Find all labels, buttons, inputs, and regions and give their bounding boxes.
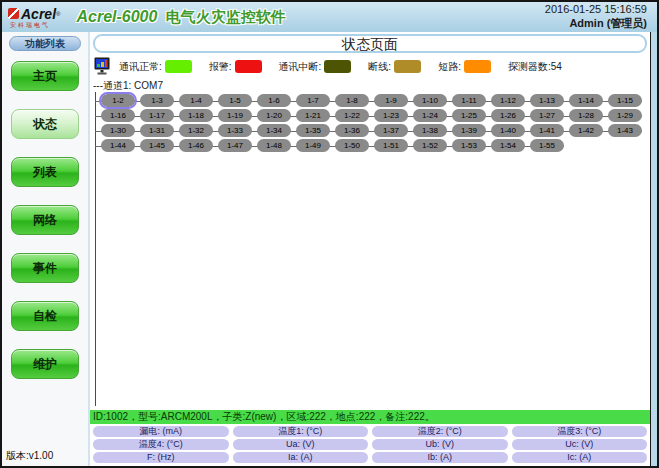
legend-item-short-circuit: 短路: xyxy=(438,60,491,74)
device-node-1-22[interactable]: 1-22 xyxy=(335,109,369,122)
logo-text: Acrel xyxy=(21,7,56,21)
field-cell: 漏电: (mA) xyxy=(93,426,229,437)
device-node-1-43[interactable]: 1-43 xyxy=(608,124,642,137)
device-node-1-26[interactable]: 1-26 xyxy=(491,109,525,122)
version-label: 版本:v1.00 xyxy=(6,449,53,463)
device-node-1-39[interactable]: 1-39 xyxy=(452,124,486,137)
main-panel: 状态页面 通讯正常:报警:通讯中断:断线:短路: 探测器数:54 ---通道1:… xyxy=(88,32,651,466)
device-node-1-54[interactable]: 1-54 xyxy=(491,139,525,152)
legend-swatch-comm-lost xyxy=(324,60,351,73)
node-row-2: 1-161-171-181-191-201-211-221-231-241-25… xyxy=(95,109,642,122)
device-node-1-48[interactable]: 1-48 xyxy=(257,139,291,152)
device-node-1-11[interactable]: 1-11 xyxy=(452,94,486,107)
device-node-1-52[interactable]: 1-52 xyxy=(413,139,447,152)
sidebar-item-home[interactable]: 主页 xyxy=(11,61,79,91)
device-node-1-7[interactable]: 1-7 xyxy=(296,94,330,107)
monitor-icon xyxy=(94,57,111,76)
field-cell: Ic: (A) xyxy=(512,452,648,463)
device-node-1-18[interactable]: 1-18 xyxy=(179,109,213,122)
logo-subtitle: 安科瑞电气 xyxy=(8,22,60,28)
device-node-1-4[interactable]: 1-4 xyxy=(179,94,213,107)
legend-item-alarm: 报警: xyxy=(209,60,262,74)
field-cell: Ia: (A) xyxy=(233,452,369,463)
device-node-1-37[interactable]: 1-37 xyxy=(374,124,408,137)
device-node-1-8[interactable]: 1-8 xyxy=(335,94,369,107)
device-node-1-21[interactable]: 1-21 xyxy=(296,109,330,122)
device-node-1-13[interactable]: 1-13 xyxy=(530,94,564,107)
device-node-1-20[interactable]: 1-20 xyxy=(257,109,291,122)
app-title-cn: 电气火灾监控软件 xyxy=(166,8,286,25)
logged-in-user: Admin (管理员) xyxy=(545,17,647,31)
device-node-1-50[interactable]: 1-50 xyxy=(335,139,369,152)
device-node-1-41[interactable]: 1-41 xyxy=(530,124,564,137)
device-node-1-27[interactable]: 1-27 xyxy=(530,109,564,122)
device-node-1-12[interactable]: 1-12 xyxy=(491,94,525,107)
app-window: Acrel ® 安科瑞电气 Acrel-6000 电气火灾监控软件 2016-0… xyxy=(0,0,659,468)
device-node-1-33[interactable]: 1-33 xyxy=(218,124,252,137)
sidebar: 功能列表 主页状态列表网络事件自检维护 版本:v1.00 xyxy=(2,32,88,466)
device-info-bar: ID:1002，型号:ARCM200L，子类:Z(new)，区域:222，地点:… xyxy=(90,410,650,424)
content-area: 功能列表 主页状态列表网络事件自检维护 版本:v1.00 状态页面 通讯正常:报… xyxy=(2,32,657,466)
device-node-1-28[interactable]: 1-28 xyxy=(569,109,603,122)
device-node-1-2[interactable]: 1-2 xyxy=(101,94,135,107)
device-node-1-32[interactable]: 1-32 xyxy=(179,124,213,137)
node-tree: 1-21-31-41-51-61-71-81-91-101-111-121-13… xyxy=(90,92,650,409)
device-node-1-5[interactable]: 1-5 xyxy=(218,94,252,107)
session-info: 2016-01-25 15:16:59 Admin (管理员) xyxy=(545,3,647,31)
device-node-1-55[interactable]: 1-55 xyxy=(530,139,564,152)
device-node-1-19[interactable]: 1-19 xyxy=(218,109,252,122)
device-node-1-31[interactable]: 1-31 xyxy=(140,124,174,137)
device-node-1-47[interactable]: 1-47 xyxy=(218,139,252,152)
device-node-1-16[interactable]: 1-16 xyxy=(101,109,135,122)
node-row-1: 1-21-31-41-51-61-71-81-91-101-111-121-13… xyxy=(95,94,642,107)
legend-label-comm-normal: 通讯正常: xyxy=(119,60,162,74)
device-node-1-15[interactable]: 1-15 xyxy=(608,94,642,107)
device-node-1-46[interactable]: 1-46 xyxy=(179,139,213,152)
device-node-1-6[interactable]: 1-6 xyxy=(257,94,291,107)
device-node-1-14[interactable]: 1-14 xyxy=(569,94,603,107)
sidebar-item-status[interactable]: 状态 xyxy=(11,109,79,139)
node-row-3: 1-301-311-321-331-341-351-361-371-381-39… xyxy=(95,124,642,137)
device-node-1-3[interactable]: 1-3 xyxy=(140,94,174,107)
registered-mark: ® xyxy=(56,11,60,17)
device-node-1-17[interactable]: 1-17 xyxy=(140,109,174,122)
field-cell: Ib: (A) xyxy=(372,452,508,463)
device-node-1-51[interactable]: 1-51 xyxy=(374,139,408,152)
device-node-1-23[interactable]: 1-23 xyxy=(374,109,408,122)
device-node-1-44[interactable]: 1-44 xyxy=(101,139,135,152)
device-node-1-36[interactable]: 1-36 xyxy=(335,124,369,137)
legend-item-wire-break: 断线: xyxy=(368,60,421,74)
app-title: Acrel-6000 电气火灾监控软件 xyxy=(76,8,285,27)
device-node-1-29[interactable]: 1-29 xyxy=(608,109,642,122)
device-node-1-9[interactable]: 1-9 xyxy=(374,94,408,107)
device-node-1-10[interactable]: 1-10 xyxy=(413,94,447,107)
field-grid: 漏电: (mA)温度1: (°C)温度2: (°C)温度3: (°C)温度4: … xyxy=(90,425,650,466)
sidebar-item-list[interactable]: 列表 xyxy=(11,157,79,187)
app-title-en: Acrel-6000 xyxy=(76,8,157,25)
sidebar-item-event[interactable]: 事件 xyxy=(11,253,79,283)
device-node-1-42[interactable]: 1-42 xyxy=(569,124,603,137)
device-node-1-34[interactable]: 1-34 xyxy=(257,124,291,137)
device-node-1-38[interactable]: 1-38 xyxy=(413,124,447,137)
device-node-1-30[interactable]: 1-30 xyxy=(101,124,135,137)
device-node-1-49[interactable]: 1-49 xyxy=(296,139,330,152)
device-node-1-40[interactable]: 1-40 xyxy=(491,124,525,137)
legend-label-short-circuit: 短路: xyxy=(438,60,461,74)
field-cell: 温度3: (°C) xyxy=(512,426,648,437)
channel-label[interactable]: ---通道1: COM7 xyxy=(90,80,650,92)
device-node-1-53[interactable]: 1-53 xyxy=(452,139,486,152)
sidebar-item-maintain[interactable]: 维护 xyxy=(11,349,79,379)
node-row-4: 1-441-451-461-471-481-491-501-511-521-53… xyxy=(95,139,564,152)
legend-item-comm-lost: 通讯中断: xyxy=(279,60,352,74)
field-cell: Ub: (V) xyxy=(372,439,508,450)
device-node-1-25[interactable]: 1-25 xyxy=(452,109,486,122)
device-node-1-35[interactable]: 1-35 xyxy=(296,124,330,137)
device-node-1-45[interactable]: 1-45 xyxy=(140,139,174,152)
field-cell: F: (Hz) xyxy=(93,452,229,463)
device-node-1-24[interactable]: 1-24 xyxy=(413,109,447,122)
sidebar-item-network[interactable]: 网络 xyxy=(11,205,79,235)
legend-label-comm-lost: 通讯中断: xyxy=(279,60,322,74)
sidebar-item-selfcheck[interactable]: 自检 xyxy=(11,301,79,331)
field-cell: Uc: (V) xyxy=(512,439,648,450)
datetime-label: 2016-01-25 15:16:59 xyxy=(545,3,647,17)
